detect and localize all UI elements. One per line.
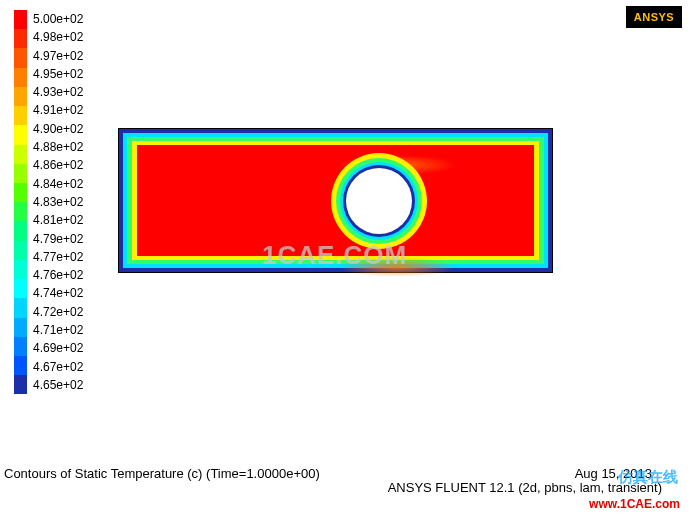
legend-tick-label: 4.74e+02 bbox=[33, 284, 83, 302]
legend-tick-label: 4.81e+02 bbox=[33, 211, 83, 229]
legend: 5.00e+024.98e+024.97e+024.95e+024.93e+02… bbox=[14, 10, 83, 394]
legend-tick-label: 4.95e+02 bbox=[33, 65, 83, 83]
legend-color-swatch bbox=[14, 260, 27, 279]
legend-tick-label: 4.91e+02 bbox=[33, 101, 83, 119]
legend-tick-label: 4.65e+02 bbox=[33, 376, 83, 394]
legend-color-swatch bbox=[14, 183, 27, 202]
legend-color-swatch bbox=[14, 241, 27, 260]
legend-tick-label: 4.71e+02 bbox=[33, 321, 83, 339]
legend-color-swatch bbox=[14, 48, 27, 67]
legend-tick-label: 4.79e+02 bbox=[33, 230, 83, 248]
watermark-overlay: 仿真在线 bbox=[618, 468, 678, 487]
legend-color-swatch bbox=[14, 87, 27, 106]
watermark-url: www.1CAE.com bbox=[589, 497, 680, 511]
legend-color-swatch bbox=[14, 221, 27, 240]
legend-color-swatch bbox=[14, 125, 27, 144]
legend-tick-label: 4.93e+02 bbox=[33, 83, 83, 101]
legend-color-swatch bbox=[14, 279, 27, 298]
hole-interior bbox=[346, 168, 412, 234]
legend-color-swatch bbox=[14, 164, 27, 183]
legend-color-swatch bbox=[14, 318, 27, 337]
legend-color-swatch bbox=[14, 10, 27, 29]
plot-title: Contours of Static Temperature (c) (Time… bbox=[4, 466, 320, 481]
watermark-center: 1CAE.COM bbox=[262, 240, 407, 271]
legend-tick-label: 4.77e+02 bbox=[33, 248, 83, 266]
legend-tick-label: 4.76e+02 bbox=[33, 266, 83, 284]
legend-labels: 5.00e+024.98e+024.97e+024.95e+024.93e+02… bbox=[33, 10, 83, 394]
legend-color-swatch bbox=[14, 298, 27, 317]
legend-color-swatch bbox=[14, 356, 27, 375]
legend-color-swatch bbox=[14, 375, 27, 394]
legend-tick-label: 4.72e+02 bbox=[33, 303, 83, 321]
legend-color-swatch bbox=[14, 337, 27, 356]
legend-tick-label: 4.97e+02 bbox=[33, 47, 83, 65]
legend-color-swatch bbox=[14, 29, 27, 48]
legend-color-swatch bbox=[14, 202, 27, 221]
legend-color-swatch bbox=[14, 106, 27, 125]
legend-tick-label: 4.84e+02 bbox=[33, 175, 83, 193]
legend-color-swatch bbox=[14, 68, 27, 87]
legend-tick-label: 4.86e+02 bbox=[33, 156, 83, 174]
legend-tick-label: 4.67e+02 bbox=[33, 358, 83, 376]
legend-colorbar bbox=[14, 10, 27, 394]
legend-color-swatch bbox=[14, 145, 27, 164]
ansys-logo: ANSYS bbox=[626, 6, 682, 28]
legend-tick-label: 5.00e+02 bbox=[33, 10, 83, 28]
legend-tick-label: 4.98e+02 bbox=[33, 28, 83, 46]
legend-tick-label: 4.69e+02 bbox=[33, 339, 83, 357]
legend-tick-label: 4.88e+02 bbox=[33, 138, 83, 156]
legend-tick-label: 4.90e+02 bbox=[33, 120, 83, 138]
legend-tick-label: 4.83e+02 bbox=[33, 193, 83, 211]
